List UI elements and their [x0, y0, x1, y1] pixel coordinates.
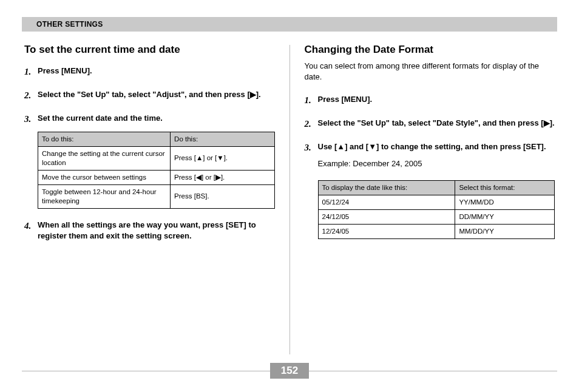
table-cell: MM/DD/YY — [455, 225, 555, 239]
table-header: Do this: — [171, 132, 274, 147]
table-cell: YY/MM/DD — [455, 195, 555, 210]
step-number: 1. — [24, 66, 33, 78]
right-intro: You can select from among three differen… — [305, 61, 555, 82]
step-text: When all the settings are the way you wa… — [38, 220, 275, 242]
step-number: 2. — [305, 118, 313, 130]
table-row: Change the setting at the current cursor… — [38, 146, 275, 170]
step-number: 3. — [305, 141, 313, 175]
step-text: Set the current date and the time. — [38, 113, 275, 126]
table-cell: Change the setting at the current cursor… — [38, 146, 171, 170]
table-cell: 24/12/05 — [318, 210, 455, 225]
table-cell: Press [BS]. — [171, 184, 274, 208]
right-table: To display the date like this: Select th… — [318, 180, 555, 239]
table-cell: Move the cursor between settings — [38, 170, 171, 184]
example-text: Example: December 24, 2005 — [318, 158, 555, 169]
footer-rule-left — [22, 371, 270, 371]
table-cell: Press [▲] or [▼]. — [171, 146, 274, 170]
page-footer: 152 — [22, 363, 557, 379]
left-table: To do this: Do this: Change the setting … — [38, 132, 275, 209]
right-step-2: 2. Select the "Set Up" tab, select "Date… — [305, 118, 555, 130]
table-row: 12/24/05 MM/DD/YY — [318, 225, 555, 239]
step-text: Select the "Set Up" tab, select "Date St… — [318, 118, 555, 130]
table-row: Toggle between 12-hour and 24-hour timek… — [38, 184, 275, 208]
right-step-3: 3. Use [▲] and [▼] to change the setting… — [305, 141, 555, 175]
table-cell: 05/12/24 — [318, 195, 455, 210]
section-header-bar: OTHER SETTINGS — [22, 17, 557, 32]
table-header: To display the date like this: — [318, 181, 455, 195]
table-cell: 12/24/05 — [318, 225, 455, 239]
right-step-1: 1. Press [MENU]. — [305, 94, 555, 107]
left-step-1: 1. Press [MENU]. — [24, 66, 275, 78]
table-row: 05/12/24 YY/MM/DD — [318, 195, 555, 210]
table-cell: Press [◀] or [▶]. — [171, 170, 274, 184]
table-header-row: To display the date like this: Select th… — [318, 181, 555, 195]
left-column: To set the current time and date 1. Pres… — [22, 44, 290, 363]
table-header: To do this: — [38, 132, 171, 147]
table-cell: Toggle between 12-hour and 24-hour timek… — [38, 184, 171, 208]
step-number: 2. — [24, 89, 33, 102]
table-row: 24/12/05 DD/MM/YY — [318, 210, 555, 225]
step-text: Select the "Set Up" tab, select "Adjust"… — [38, 89, 275, 102]
right-column: Changing the Date Format You can select … — [290, 44, 558, 363]
step-text: Press [MENU]. — [318, 94, 555, 107]
step-text-inner: Use [▲] and [▼] to change the setting, a… — [318, 142, 546, 151]
step-text: Use [▲] and [▼] to change the setting, a… — [318, 141, 555, 175]
step-number: 1. — [305, 94, 313, 107]
left-step-3: 3. Set the current date and the time. — [24, 113, 275, 126]
section-header-text: OTHER SETTINGS — [22, 20, 103, 29]
left-step-4: 4. When all the settings are the way you… — [24, 220, 275, 242]
step-number: 3. — [24, 113, 33, 126]
left-step-2: 2. Select the "Set Up" tab, select "Adju… — [24, 89, 275, 102]
table-header: Select this format: — [455, 181, 555, 195]
table-row: Move the cursor between settings Press [… — [38, 170, 275, 184]
step-number: 4. — [24, 220, 33, 242]
table-header-row: To do this: Do this: — [38, 132, 275, 147]
page-number: 152 — [270, 363, 309, 379]
footer-rule-right — [309, 371, 557, 371]
table-cell: DD/MM/YY — [455, 210, 555, 225]
right-title: Changing the Date Format — [305, 44, 555, 56]
left-title: To set the current time and date — [24, 44, 275, 56]
step-text: Press [MENU]. — [38, 66, 275, 78]
